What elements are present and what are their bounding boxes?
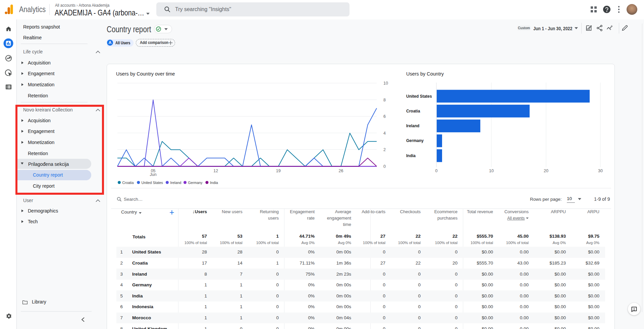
- svg-text:10: 10: [383, 81, 388, 86]
- svg-text:19: 19: [276, 169, 281, 173]
- svg-text:0: 0: [435, 169, 438, 173]
- svg-text:India: India: [210, 181, 218, 185]
- svg-text:12: 12: [213, 169, 218, 173]
- svg-text:Croatia: Croatia: [122, 181, 134, 185]
- svg-text:2: 2: [383, 147, 386, 152]
- svg-text:United States: United States: [142, 181, 163, 185]
- svg-text:30: 30: [598, 169, 603, 173]
- svg-text:Germany: Germany: [188, 181, 203, 185]
- svg-text:United States: United States: [406, 94, 432, 99]
- svg-text:0: 0: [383, 164, 386, 169]
- svg-text:8: 8: [383, 98, 386, 102]
- svg-text:Croatia: Croatia: [406, 109, 420, 113]
- svg-text:6: 6: [383, 114, 386, 119]
- svg-text:10: 10: [489, 169, 494, 173]
- svg-text:4: 4: [383, 131, 386, 136]
- svg-text:Ireland: Ireland: [170, 181, 181, 185]
- svg-text:India: India: [406, 153, 416, 158]
- svg-text:Jun: Jun: [150, 172, 157, 177]
- svg-text:20: 20: [544, 169, 548, 173]
- svg-text:26: 26: [338, 169, 343, 173]
- svg-text:Germany: Germany: [406, 138, 424, 143]
- svg-text:Ireland: Ireland: [406, 124, 419, 128]
